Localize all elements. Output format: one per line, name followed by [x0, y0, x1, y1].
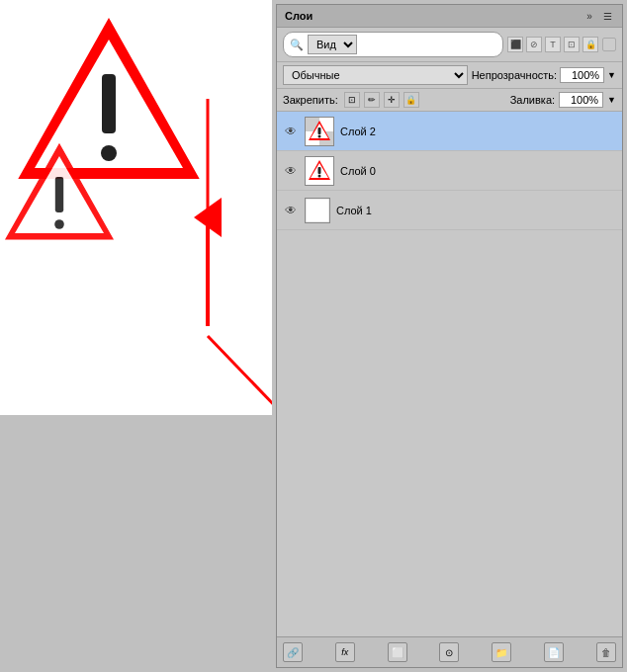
- filter-text-icon[interactable]: T: [545, 37, 561, 52]
- svg-rect-18: [318, 127, 321, 134]
- lock-all-btn[interactable]: 🔒: [403, 92, 419, 108]
- warning-sign-small: [0, 138, 119, 257]
- canvas-area: [0, 0, 272, 672]
- opacity-value[interactable]: 100%: [560, 67, 604, 83]
- lock-position-btn[interactable]: ✏: [364, 92, 380, 108]
- link-layers-btn[interactable]: 🔗: [283, 642, 303, 662]
- search-icon: 🔍: [290, 39, 304, 51]
- opacity-row: Непрозрачность: 100% ▼: [472, 67, 616, 83]
- layers-title: Слои: [285, 10, 313, 22]
- lock-move-btn[interactable]: ✛: [384, 92, 400, 108]
- filter-pixel-icon[interactable]: ⬛: [507, 37, 523, 52]
- fill-row: Заливка: 100% ▼: [510, 92, 616, 108]
- filter-smart-icon[interactable]: 🔒: [582, 37, 598, 52]
- layers-bottom-toolbar: 🔗 fx ⬜ ⊙ 📁 📄 🗑: [277, 636, 622, 667]
- layer-thumb-layer2: [305, 117, 334, 146]
- layer-name-layer0: Слой 0: [340, 165, 616, 177]
- filter-shape-icon[interactable]: ⊡: [564, 37, 580, 52]
- lock-pixels-btn[interactable]: ⊡: [344, 92, 360, 108]
- layer-name-layer1: Слой 1: [336, 205, 616, 216]
- layer-item-layer0[interactable]: 👁 Слой 0: [277, 151, 622, 191]
- folder-btn[interactable]: 📁: [492, 642, 511, 662]
- delete-layer-btn[interactable]: 🗑: [596, 642, 616, 662]
- blend-mode-select[interactable]: Обычные: [283, 65, 468, 85]
- svg-rect-6: [55, 177, 63, 212]
- menu-icon[interactable]: ☰: [600, 9, 614, 23]
- layer-item-layer2[interactable]: 👁 Слой 2: [277, 112, 622, 151]
- layer-thumb-layer0: [305, 156, 334, 186]
- filter-icons: ⬛ ⊘ T ⊡ 🔒: [507, 37, 598, 52]
- fill-value[interactable]: 100%: [559, 92, 603, 108]
- fill-arrow[interactable]: ▼: [607, 95, 616, 105]
- blend-row: Обычные Непрозрачность: 100% ▼: [277, 62, 622, 89]
- search-dropdown[interactable]: Вид: [308, 35, 357, 54]
- svg-point-7: [54, 219, 64, 229]
- search-box: 🔍 Вид: [283, 32, 503, 57]
- layer-thumb-layer1: [305, 198, 330, 223]
- opacity-arrow[interactable]: ▼: [607, 70, 616, 80]
- filter-toggle[interactable]: [602, 38, 616, 51]
- adjustment-btn[interactable]: ⊙: [439, 642, 459, 662]
- layer-name-layer2: Слой 2: [340, 126, 616, 137]
- mask-btn[interactable]: ⬜: [388, 642, 407, 662]
- fx-btn[interactable]: fx: [335, 642, 355, 662]
- new-layer-btn[interactable]: 📄: [544, 642, 564, 662]
- layers-header: Слои » ☰: [277, 5, 622, 28]
- opacity-label: Непрозрачность:: [472, 69, 557, 81]
- svg-rect-25: [306, 199, 329, 222]
- layers-list[interactable]: 👁 Слой 2: [277, 112, 622, 636]
- svg-rect-23: [318, 167, 321, 174]
- right-panel: Слои » ☰ 🔍 Вид ⬛ ⊘ T ⊡ 🔒: [272, 0, 627, 672]
- collapse-icon[interactable]: »: [582, 9, 596, 23]
- layer-eye-layer0[interactable]: 👁: [283, 163, 299, 179]
- layer-eye-layer2[interactable]: 👁: [283, 124, 299, 139]
- canvas-content: [0, 0, 272, 415]
- lock-label: Закрепить:: [283, 94, 338, 106]
- filter-adjust-icon[interactable]: ⊘: [526, 37, 542, 52]
- layers-panel: Слои » ☰ 🔍 Вид ⬛ ⊘ T ⊡ 🔒: [276, 4, 623, 668]
- lock-icons: ⊡ ✏ ✛ 🔒: [344, 92, 419, 108]
- layer-item-layer1[interactable]: 👁 Слой 1: [277, 191, 622, 230]
- search-row: 🔍 Вид ⬛ ⊘ T ⊡ 🔒: [277, 28, 622, 62]
- lock-row: Закрепить: ⊡ ✏ ✛ 🔒 Заливка: 100% ▼: [277, 89, 622, 112]
- layer-eye-layer1[interactable]: 👁: [283, 203, 299, 218]
- layers-header-icons: » ☰: [582, 9, 614, 23]
- svg-point-24: [318, 174, 321, 177]
- fill-label: Заливка:: [510, 94, 555, 106]
- svg-rect-2: [102, 74, 116, 133]
- svg-point-19: [318, 134, 321, 137]
